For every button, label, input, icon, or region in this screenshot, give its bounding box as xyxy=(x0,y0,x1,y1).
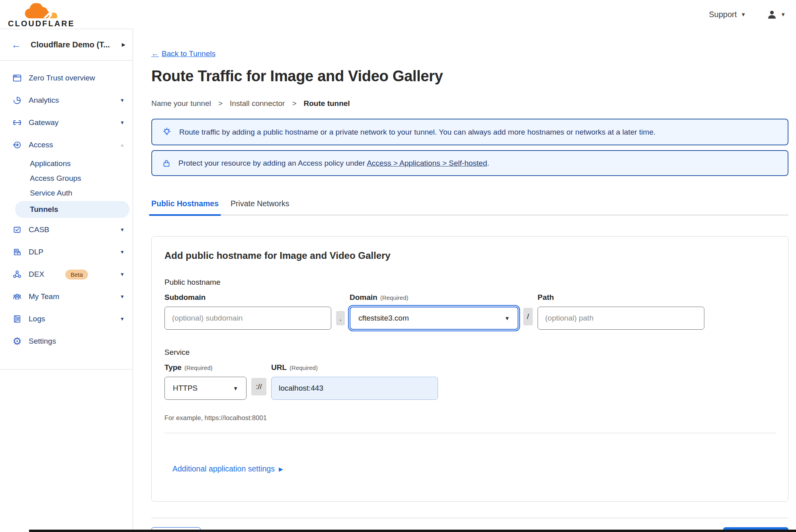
sidebar-item-analytics[interactable]: Analytics ▼ xyxy=(0,89,133,111)
sidebar-item-label: Service Auth xyxy=(30,189,129,198)
sidebar-divider xyxy=(0,369,133,370)
browser-window-icon xyxy=(12,73,22,83)
tab-public-hostnames[interactable]: Public Hostnames xyxy=(151,199,219,215)
service-url-input[interactable] xyxy=(271,377,438,400)
footer-divider xyxy=(151,518,788,518)
sidebar-item-service-auth[interactable]: Service Auth xyxy=(15,186,129,200)
sidebar-item-logs[interactable]: Logs ▼ xyxy=(0,308,133,330)
subdomain-input[interactable] xyxy=(164,307,331,330)
sidebar-item-settings[interactable]: ⚙ Settings xyxy=(0,330,133,352)
chevron-down-icon[interactable]: ▼ xyxy=(120,294,125,299)
tab-bar: Public Hostnames Private Networks xyxy=(151,199,788,215)
sidebar-item-label: Tunnels xyxy=(30,205,129,214)
service-field-row: Type(Required) HTTPS ▼ :// URL(Required) xyxy=(164,363,775,400)
sidebar-nav: Zero Trust overview Analytics ▼ Gateway … xyxy=(0,61,133,370)
cloudflare-logo[interactable]: CLOUDFLARE xyxy=(8,3,75,28)
sidebar-item-my-team[interactable]: My Team ▼ xyxy=(0,286,133,308)
chevron-up-icon[interactable]: ▲ xyxy=(120,142,125,148)
sidebar-item-access-groups[interactable]: Access Groups xyxy=(15,171,129,186)
support-menu[interactable]: Support ▼ xyxy=(709,10,746,19)
account-name[interactable]: Cloudflare Demo (T... xyxy=(31,40,122,49)
chevron-down-icon[interactable]: ▼ xyxy=(120,316,125,322)
url-label: URL(Required) xyxy=(271,363,438,372)
back-arrow-icon: ← xyxy=(151,49,159,58)
domain-field: Domain(Required) cftestsite3.com ▼ xyxy=(350,293,518,330)
chevron-down-icon[interactable]: ▼ xyxy=(120,272,125,277)
scheme-separator: :// xyxy=(251,378,266,395)
step-name-your-tunnel: Name your tunnel xyxy=(151,99,211,108)
cloudflare-cloud-icon xyxy=(21,3,62,20)
user-menu[interactable]: ▼ xyxy=(767,9,786,20)
step-route-tunnel: Route tunnel xyxy=(304,99,350,108)
banner-text: Route traffic by adding a public hostnam… xyxy=(179,128,655,137)
sidebar-item-dlp[interactable]: DLP ▼ xyxy=(0,241,133,263)
domain-select-value: cftestsite3.com xyxy=(358,314,409,323)
path-input[interactable] xyxy=(538,307,704,330)
public-hostname-section-label: Public hostname xyxy=(164,278,775,287)
lock-icon xyxy=(162,158,171,168)
service-type-value: HTTPS xyxy=(173,384,198,393)
sidebar-item-gateway[interactable]: Gateway ▼ xyxy=(0,111,133,134)
sidebar: ← Cloudflare Demo (T... ▶ Zero Trust ove… xyxy=(0,29,133,532)
public-hostname-card: Add public hostname for Image and Video … xyxy=(151,236,788,502)
additional-application-settings-link[interactable]: Additional application settings ▶ xyxy=(172,464,283,473)
access-applications-self-hosted-link[interactable]: Access > Applications > Self-hosted xyxy=(367,159,487,167)
chevron-right-icon[interactable]: ▶ xyxy=(122,42,125,47)
chevron-down-icon[interactable]: ▼ xyxy=(120,227,125,233)
banner-text: Protect your resource by adding an Acces… xyxy=(178,159,489,168)
sidebar-item-label: DLP xyxy=(29,248,120,256)
chevron-down-icon: ▼ xyxy=(741,12,746,18)
sidebar-item-label: Access xyxy=(29,141,120,149)
sidebar-item-tunnels[interactable]: Tunnels xyxy=(15,201,129,218)
support-label: Support xyxy=(709,10,737,19)
sidebar-item-label: Zero Trust overview xyxy=(29,74,125,82)
caret-right-icon: ▶ xyxy=(279,466,283,472)
sidebar-item-casb[interactable]: CASB ▼ xyxy=(0,219,133,241)
chevron-down-icon[interactable]: ▼ xyxy=(120,98,125,103)
back-arrow-icon[interactable]: ← xyxy=(11,40,21,50)
topbar: CLOUDFLARE Support ▼ ▼ xyxy=(0,0,796,29)
sidebar-item-label: CASB xyxy=(29,225,120,234)
domain-label: Domain(Required) xyxy=(350,293,518,302)
logs-icon xyxy=(12,314,22,324)
sidebar-item-label: Access Groups xyxy=(30,174,129,183)
topbar-right: Support ▼ ▼ xyxy=(709,9,786,20)
sidebar-item-label: DEX xyxy=(29,270,61,279)
step-separator: > xyxy=(292,99,296,108)
chevron-down-icon: ▼ xyxy=(505,315,510,321)
url-example-text: For example, https://localhost:8001 xyxy=(164,414,775,422)
service-type-field: Type(Required) HTTPS ▼ xyxy=(164,363,246,400)
chevron-down-icon: ▼ xyxy=(780,12,786,18)
account-switcher: ← Cloudflare Demo (T... ▶ xyxy=(0,29,133,61)
card-divider xyxy=(164,433,776,433)
sidebar-item-applications[interactable]: Applications xyxy=(15,156,129,171)
service-type-select[interactable]: HTTPS ▼ xyxy=(164,377,246,400)
path-label: Path xyxy=(538,293,704,302)
sidebar-item-access[interactable]: Access ▲ xyxy=(0,134,133,156)
sidebar-item-label: Settings xyxy=(29,337,125,346)
dex-nodes-icon xyxy=(12,269,22,280)
page-title: Route Traffic for Image and Video Galler… xyxy=(151,68,788,85)
sidebar-item-label: Analytics xyxy=(29,96,120,105)
access-icon xyxy=(12,140,22,150)
cloudflare-wordmark: CLOUDFLARE xyxy=(8,19,75,28)
sidebar-item-label: Gateway xyxy=(29,118,120,127)
tab-private-networks[interactable]: Private Networks xyxy=(231,199,289,215)
back-to-tunnels-link[interactable]: ← Back to Tunnels xyxy=(151,49,215,58)
hostname-field-row: Subdomain . Domain(Required) cftestsite3… xyxy=(164,293,775,330)
required-hint: (Required) xyxy=(289,364,318,371)
chevron-down-icon[interactable]: ▼ xyxy=(120,249,125,255)
step-install-connector: Install connector xyxy=(230,99,285,108)
beta-badge: Beta xyxy=(65,270,88,280)
domain-select[interactable]: cftestsite3.com ▼ xyxy=(350,307,518,330)
sidebar-item-label: Logs xyxy=(29,315,120,323)
info-banner-route-traffic: Route traffic by adding a public hostnam… xyxy=(151,119,788,145)
sidebar-item-zero-trust-overview[interactable]: Zero Trust overview xyxy=(0,67,133,89)
chevron-down-icon[interactable]: ▼ xyxy=(120,120,125,125)
info-banner-access-policy: Protect your resource by adding an Acces… xyxy=(151,150,788,176)
gear-icon: ⚙ xyxy=(12,336,22,346)
sidebar-item-dex[interactable]: DEX Beta ▼ xyxy=(0,263,133,286)
sidebar-item-label: My Team xyxy=(29,292,120,301)
subdomain-field: Subdomain xyxy=(164,293,331,330)
window-bottom-edge xyxy=(29,530,796,532)
